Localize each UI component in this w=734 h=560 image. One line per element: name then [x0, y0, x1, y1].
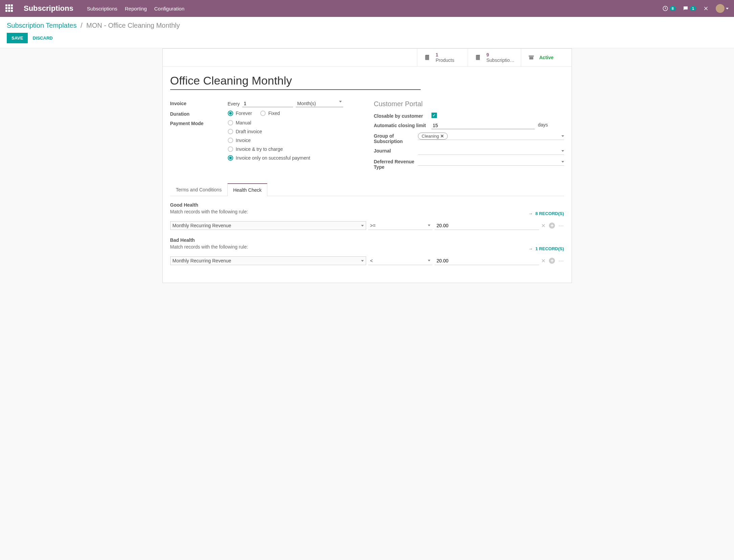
- payment-manual[interactable]: Manual: [228, 120, 310, 125]
- group-select[interactable]: Cleaning✕: [418, 133, 564, 140]
- period-select[interactable]: Month(s): [296, 100, 343, 107]
- good-health-title: Good Health: [170, 202, 564, 208]
- stat-subscriptions-label: Subscriptio…: [486, 57, 514, 63]
- chevron-down-icon: [339, 101, 342, 102]
- remove-rule-icon[interactable]: ✕: [541, 223, 546, 229]
- chevron-down-icon: [726, 8, 729, 9]
- stat-products[interactable]: 1 Products: [417, 49, 468, 66]
- remove-rule-icon[interactable]: ✕: [541, 258, 546, 264]
- chevron-down-icon: [561, 150, 564, 152]
- tag-remove-icon[interactable]: ✕: [440, 134, 444, 139]
- save-button[interactable]: SAVE: [7, 33, 28, 43]
- tab-terms[interactable]: Terms and Conditions: [170, 183, 227, 196]
- breadcrumb: Subscription Templates / MON - Office Cl…: [7, 22, 727, 29]
- nav-subscriptions[interactable]: Subscriptions: [87, 6, 117, 11]
- tab-health[interactable]: Health Check: [227, 183, 267, 196]
- discard-button[interactable]: DISCARD: [32, 36, 52, 41]
- book-icon: [474, 54, 482, 61]
- book-icon: [423, 54, 431, 61]
- payment-invoice[interactable]: Invoice: [228, 138, 310, 143]
- bad-rule-value[interactable]: [435, 257, 539, 265]
- deferred-label: Deferred Revenue Type: [374, 158, 418, 170]
- group-tag[interactable]: Cleaning✕: [418, 133, 448, 140]
- good-records-link[interactable]: 8 RECORD(S): [528, 211, 564, 216]
- payment-draft[interactable]: Draft invoice: [228, 129, 310, 134]
- chevron-down-icon: [361, 225, 364, 227]
- archive-icon: [527, 54, 535, 61]
- duration-forever[interactable]: Forever: [228, 111, 252, 116]
- interval-input[interactable]: [242, 100, 293, 107]
- bad-rule-field[interactable]: Monthly Recurring Revenue: [170, 256, 366, 265]
- svg-rect-4: [529, 57, 533, 60]
- breadcrumb-root[interactable]: Subscription Templates: [7, 22, 76, 29]
- form-sheet: 1 Products 9 Subscriptio… Active: [162, 48, 572, 283]
- duration-fixed[interactable]: Fixed: [260, 111, 280, 116]
- activities-icon[interactable]: 8: [662, 5, 676, 11]
- tabs: Terms and Conditions Health Check: [170, 183, 564, 196]
- svg-rect-3: [529, 55, 534, 56]
- messages-icon[interactable]: 1: [683, 5, 696, 11]
- nav-links: Subscriptions Reporting Configuration: [87, 6, 184, 11]
- payment-success-only[interactable]: Invoice only on successful payment: [228, 155, 310, 161]
- debug-icon[interactable]: [703, 5, 709, 11]
- top-navbar: Subscriptions Subscriptions Reporting Co…: [0, 0, 734, 17]
- invoice-label: Invoice: [170, 100, 228, 106]
- svg-rect-1: [426, 55, 429, 56]
- closable-label: Closable by customer: [374, 113, 431, 119]
- group-label: Group of Subscription: [374, 133, 418, 144]
- stat-active-label: Active: [539, 55, 554, 60]
- customer-portal-title: Customer Portal: [374, 100, 564, 108]
- stat-products-label: Products: [436, 57, 454, 63]
- stat-active-toggle[interactable]: Active: [521, 49, 572, 66]
- user-menu[interactable]: [716, 4, 729, 13]
- payment-try-charge[interactable]: Invoice & try to charge: [228, 146, 310, 152]
- good-rule-field[interactable]: Monthly Recurring Revenue: [170, 221, 366, 230]
- nav-reporting[interactable]: Reporting: [125, 6, 147, 11]
- avatar: [716, 4, 725, 13]
- chevron-down-icon: [561, 135, 564, 137]
- add-rule-icon[interactable]: +: [549, 258, 555, 264]
- stat-products-count: 1: [436, 52, 454, 57]
- good-rule-value[interactable]: [435, 221, 539, 230]
- control-panel: Subscription Templates / MON - Office Cl…: [0, 17, 734, 48]
- app-brand: Subscriptions: [24, 4, 73, 13]
- chevron-down-icon: [361, 260, 364, 262]
- payment-mode-label: Payment Mode: [170, 120, 228, 126]
- closable-checkbox[interactable]: ✓: [431, 113, 437, 118]
- bad-records-link[interactable]: 1 RECORD(S): [528, 246, 564, 251]
- good-match-text: Match records with the following rule:: [170, 209, 248, 214]
- duration-label: Duration: [170, 111, 228, 117]
- activities-badge: 8: [670, 6, 676, 11]
- nav-configuration[interactable]: Configuration: [154, 6, 184, 11]
- stat-subscriptions[interactable]: 9 Subscriptio…: [468, 49, 520, 66]
- more-rule-icon[interactable]: ⋯: [558, 223, 564, 229]
- good-rule-operator[interactable]: >=: [368, 221, 432, 230]
- health-check-panel: Good Health Match records with the follo…: [170, 196, 564, 265]
- name-input[interactable]: [170, 74, 421, 90]
- bad-rule-operator[interactable]: <: [368, 257, 432, 265]
- svg-rect-2: [476, 55, 480, 56]
- deferred-select[interactable]: [418, 158, 564, 166]
- messages-badge: 1: [690, 6, 696, 11]
- journal-label: Journal: [374, 147, 418, 154]
- more-rule-icon[interactable]: ⋯: [558, 258, 564, 264]
- auto-close-label: Automatic closing limit: [374, 122, 431, 128]
- auto-close-input[interactable]: [431, 122, 535, 129]
- chevron-down-icon: [428, 225, 430, 226]
- period-value: Month(s): [297, 101, 316, 106]
- days-suffix: days: [538, 122, 548, 127]
- breadcrumb-current: MON - Office Cleaning Monthly: [86, 22, 180, 29]
- apps-icon[interactable]: [5, 4, 14, 13]
- every-label: Every: [228, 101, 240, 107]
- add-rule-icon[interactable]: +: [549, 223, 555, 229]
- bad-match-text: Match records with the following rule:: [170, 244, 248, 250]
- chevron-down-icon: [561, 161, 564, 163]
- bad-health-title: Bad Health: [170, 237, 564, 243]
- journal-select[interactable]: [418, 147, 564, 155]
- stat-button-box: 1 Products 9 Subscriptio… Active: [163, 49, 572, 67]
- chevron-down-icon: [428, 260, 430, 261]
- stat-subscriptions-count: 9: [486, 52, 514, 57]
